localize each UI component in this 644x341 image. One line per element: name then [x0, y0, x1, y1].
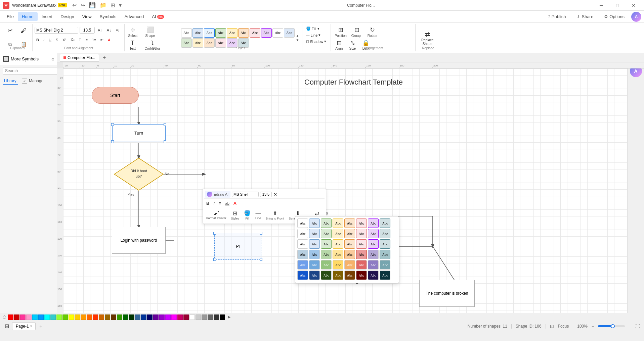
menu-insert[interactable]: Insert: [38, 12, 57, 21]
fullscreen-btn[interactable]: ⛶: [635, 324, 640, 329]
abc-5-6[interactable]: Abc: [356, 260, 367, 270]
color-royalblue[interactable]: [141, 314, 146, 320]
color-darkgray[interactable]: [214, 314, 219, 320]
library-tab[interactable]: Library: [3, 78, 18, 85]
abc-5-1[interactable]: Abc: [297, 260, 308, 270]
float-size-input[interactable]: [260, 192, 272, 197]
zoom-in-btn[interactable]: +: [629, 324, 631, 329]
shape-broken[interactable]: The computer is broken: [419, 280, 475, 307]
styles-scroll-up[interactable]: ▲: [296, 34, 299, 38]
shape-login[interactable]: Login with password: [112, 227, 166, 254]
open-btn[interactable]: 📁: [98, 1, 108, 9]
color-hotpink[interactable]: [20, 314, 26, 320]
color-navy[interactable]: [147, 314, 153, 320]
style-chip-10[interactable]: Abc: [284, 28, 295, 38]
abc-1-2[interactable]: Abc: [309, 218, 320, 228]
color-crimson[interactable]: [177, 314, 183, 320]
abc-1-7[interactable]: Abc: [368, 218, 379, 228]
style-chip-9[interactable]: Abc: [272, 28, 283, 38]
share-btn[interactable]: ⤸ Share: [572, 12, 597, 21]
abc-3-6[interactable]: Abc: [356, 239, 367, 249]
float-italic-btn[interactable]: I: [212, 200, 216, 206]
abc-4-8[interactable]: Abc: [380, 250, 390, 259]
color-white[interactable]: [189, 314, 195, 320]
page-tab-dropdown[interactable]: ▾: [30, 324, 32, 328]
more-btn[interactable]: ▾: [118, 1, 123, 9]
color-purple1[interactable]: [153, 314, 159, 320]
abc-3-1[interactable]: Abc: [297, 239, 308, 249]
abc-4-2[interactable]: Abc: [309, 250, 320, 259]
abc-5-4[interactable]: Abc: [333, 260, 343, 270]
color-purple2[interactable]: [159, 314, 165, 320]
color-teal[interactable]: [50, 314, 56, 320]
bullet-list-btn[interactable]: ≡: [84, 37, 89, 43]
position-btn[interactable]: ⊞Position: [333, 26, 348, 39]
abc-6-6[interactable]: Abc: [356, 271, 367, 280]
abc-3-8[interactable]: Abc: [380, 239, 390, 249]
font-color-btn[interactable]: A: [106, 37, 112, 43]
menu-view[interactable]: View: [78, 12, 96, 21]
strikethrough-btn[interactable]: S: [54, 37, 60, 43]
shape-plug-selected[interactable]: Pl: [214, 233, 261, 260]
zoom-out-btn[interactable]: −: [592, 324, 594, 329]
abc-6-7[interactable]: Abc: [368, 271, 379, 280]
edraw-ai-btn[interactable]: Edraw AI: [205, 191, 230, 198]
color-darkred2[interactable]: [183, 314, 189, 320]
color-darkred[interactable]: [14, 314, 19, 320]
abc-1-5[interactable]: Abc: [344, 218, 355, 228]
float-line-btn[interactable]: — Line: [254, 209, 262, 221]
color-darkorange[interactable]: [87, 314, 92, 320]
shape-start[interactable]: Start: [92, 87, 139, 104]
color-black[interactable]: [220, 314, 225, 320]
zoom-handle[interactable]: [611, 324, 615, 328]
color-cyan[interactable]: [32, 314, 38, 320]
subscript-btn[interactable]: X₂: [69, 37, 76, 43]
sel-handle-tl[interactable]: [213, 232, 216, 235]
sel-handle-tr[interactable]: [260, 232, 262, 235]
user-avatar[interactable]: A: [631, 12, 641, 22]
abc-2-8[interactable]: Abc: [380, 229, 390, 238]
style-chip-6[interactable]: Abc: [238, 28, 249, 38]
undo-btn[interactable]: ↩: [71, 1, 78, 9]
abc-6-8[interactable]: Abc: [380, 271, 390, 280]
save-btn[interactable]: 💾: [88, 1, 97, 9]
decrease-indent-btn[interactable]: ⇤: [99, 37, 105, 43]
selection-handle-tr[interactable]: [164, 123, 166, 126]
styles-scroll-down[interactable]: ▼: [296, 38, 299, 42]
sel-handle-bl[interactable]: [213, 258, 216, 261]
abc-3-3[interactable]: Abc: [321, 239, 332, 249]
abc-6-5[interactable]: Abc: [344, 271, 355, 280]
selection-handle-bl[interactable]: [111, 140, 114, 143]
zoom-slider[interactable]: [598, 325, 625, 327]
color-brown2[interactable]: [105, 314, 110, 320]
float-close-btn[interactable]: ✕: [273, 192, 277, 197]
style-chip-7[interactable]: Abc: [250, 28, 260, 38]
menu-home[interactable]: Home: [18, 12, 38, 21]
color-steelblue[interactable]: [135, 314, 140, 320]
selection-handle-tl[interactable]: [111, 123, 114, 126]
menu-advanced[interactable]: Advanced: [120, 12, 148, 21]
abc-2-7[interactable]: Abc: [368, 229, 379, 238]
float-styles-btn[interactable]: ⊞ Styles: [230, 209, 241, 221]
bold-btn[interactable]: B: [35, 37, 41, 43]
palette-icon[interactable]: ⬡: [3, 315, 6, 320]
color-verydarkgreen[interactable]: [129, 314, 134, 320]
italic-btn[interactable]: I: [42, 37, 46, 43]
float-bring-front-btn[interactable]: ⬆ Bring to Front: [264, 209, 286, 221]
abc-3-4[interactable]: Abc: [333, 239, 343, 249]
abc-2-1[interactable]: Abc: [297, 229, 308, 238]
search-input[interactable]: [3, 67, 58, 75]
underline-btn[interactable]: U: [47, 37, 53, 43]
style-chip-8[interactable]: Abc: [261, 28, 272, 38]
redo-btn[interactable]: ↪: [79, 1, 86, 9]
font-name-input[interactable]: [35, 27, 78, 34]
abc-4-1[interactable]: Abc: [297, 250, 308, 259]
fit-page-btn[interactable]: ⊡: [550, 324, 554, 329]
abc-5-2[interactable]: Abc: [309, 260, 320, 270]
abc-1-3[interactable]: Abc: [321, 218, 332, 228]
cut-btn[interactable]: ✂: [4, 26, 16, 36]
color-gray[interactable]: [202, 314, 207, 320]
float-fill-btn[interactable]: 🪣 Fill: [243, 209, 252, 221]
menu-design[interactable]: Design: [56, 12, 78, 21]
select-btn[interactable]: ⊹ Select: [127, 26, 139, 39]
